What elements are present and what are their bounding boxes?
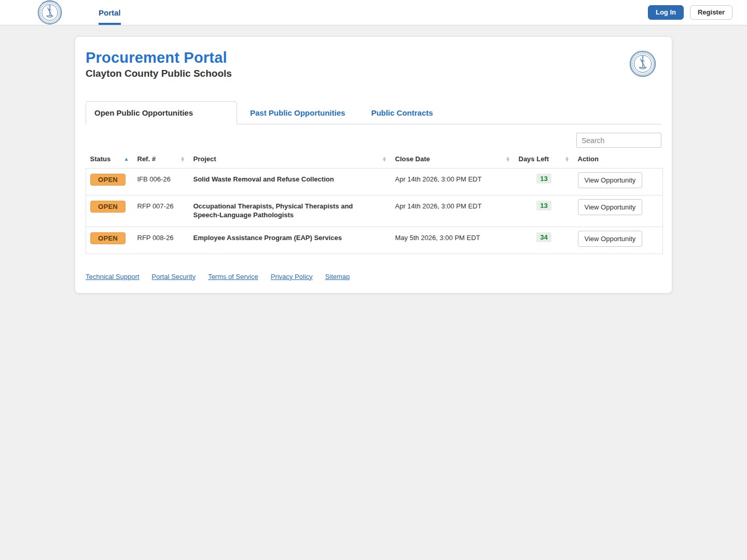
close-date-cell: Apr 14th 2026, 3:00 PM EDT — [391, 195, 515, 227]
tab-bar: Open Public Opportunities Past Public Op… — [86, 101, 661, 124]
project-cell: Employee Assistance Program (EAP) Servic… — [189, 227, 391, 254]
view-opportunity-button[interactable]: View Opportunity — [578, 199, 643, 215]
status-badge: OPEN — [90, 201, 126, 213]
column-header-project[interactable]: Project ▲▼ — [189, 151, 391, 169]
table-header-row: Status ▲ Ref. # ▲▼ Project ▲▼ Close Date… — [86, 151, 663, 169]
close-date-cell: Apr 14th 2026, 3:00 PM EDT — [391, 169, 515, 195]
district-seal-logo — [37, 0, 62, 25]
days-left-badge: 13 — [536, 174, 551, 184]
action-cell: View Opportunity — [574, 169, 663, 195]
view-opportunity-button[interactable]: View Opportunity — [578, 172, 643, 188]
top-navbar: Portal Log In Register — [0, 0, 747, 25]
column-header-status[interactable]: Status ▲ — [86, 151, 133, 169]
table-row: OPEN IFB 006-26 Solid Waste Removal and … — [86, 169, 663, 195]
action-cell: View Opportunity — [574, 227, 663, 254]
search-input[interactable] — [576, 133, 661, 148]
nav-item-portal[interactable]: Portal — [93, 0, 126, 25]
login-button[interactable]: Log In — [648, 5, 684, 20]
footer-link-technical-support[interactable]: Technical Support — [86, 273, 139, 281]
sort-toggle-icon[interactable]: ▲▼ — [565, 157, 570, 162]
table-body: OPEN IFB 006-26 Solid Waste Removal and … — [86, 169, 663, 254]
footer-link-privacy-policy[interactable]: Privacy Policy — [271, 273, 313, 281]
footer-links: Technical Support Portal Security Terms … — [86, 273, 661, 281]
procurement-portal-card: Procurement Portal Clayton County Public… — [75, 36, 672, 293]
project-cell: Occupational Therapists, Physical Therap… — [189, 195, 391, 227]
column-header-ref[interactable]: Ref. # ▲▼ — [133, 151, 189, 169]
days-left-badge: 34 — [536, 232, 551, 242]
view-opportunity-button[interactable]: View Opportunity — [578, 231, 643, 247]
page-title: Procurement Portal — [86, 49, 232, 66]
days-left-badge: 13 — [536, 201, 551, 211]
days-left-cell: 13 — [515, 195, 574, 227]
action-cell: View Opportunity — [574, 195, 663, 227]
sort-toggle-icon[interactable]: ▲▼ — [181, 157, 185, 162]
column-header-close-date[interactable]: Close Date ▲▼ — [391, 151, 515, 169]
district-seal-icon — [629, 50, 656, 77]
column-header-action: Action — [574, 151, 663, 169]
status-badge: OPEN — [90, 232, 126, 244]
tab-public-contracts[interactable]: Public Contracts — [358, 101, 446, 124]
sort-toggle-icon[interactable]: ▲▼ — [382, 157, 387, 162]
status-cell: OPEN — [86, 227, 133, 254]
column-header-days-left[interactable]: Days Left ▲▼ — [515, 151, 574, 169]
status-cell: OPEN — [86, 195, 133, 227]
tab-open-public-opportunities[interactable]: Open Public Opportunities — [86, 101, 237, 124]
tab-past-public-opportunities[interactable]: Past Public Opportunities — [237, 101, 358, 124]
footer-link-terms-of-service[interactable]: Terms of Service — [208, 273, 258, 281]
nav-links: Portal — [93, 0, 126, 25]
close-date-cell: May 5th 2026, 3:00 PM EDT — [391, 227, 515, 254]
status-cell: OPEN — [86, 169, 133, 195]
table-row: OPEN RFP 007-26 Occupational Therapists,… — [86, 195, 663, 227]
card-header: Procurement Portal Clayton County Public… — [86, 49, 661, 79]
status-badge: OPEN — [90, 174, 126, 186]
ref-cell: RFP 007-26 — [133, 195, 189, 227]
footer-link-portal-security[interactable]: Portal Security — [151, 273, 196, 281]
search-row — [86, 133, 661, 148]
days-left-cell: 34 — [515, 227, 574, 254]
ref-cell: IFB 006-26 — [133, 169, 189, 195]
project-cell: Solid Waste Removal and Refuse Collectio… — [189, 169, 391, 195]
days-left-cell: 13 — [515, 169, 574, 195]
navbar-actions: Log In Register — [648, 5, 732, 20]
district-seal-logo-card — [629, 50, 656, 77]
page-subtitle: Clayton County Public Schools — [86, 68, 232, 79]
sort-toggle-icon[interactable]: ▲▼ — [506, 157, 510, 162]
district-seal-icon — [37, 0, 62, 25]
opportunities-table: Status ▲ Ref. # ▲▼ Project ▲▼ Close Date… — [86, 151, 663, 254]
table-row: OPEN RFP 008-26 Employee Assistance Prog… — [86, 227, 663, 254]
sort-ascending-icon[interactable]: ▲ — [124, 157, 129, 162]
footer-link-sitemap[interactable]: Sitemap — [325, 273, 350, 281]
register-button[interactable]: Register — [690, 5, 732, 20]
ref-cell: RFP 008-26 — [133, 227, 189, 254]
